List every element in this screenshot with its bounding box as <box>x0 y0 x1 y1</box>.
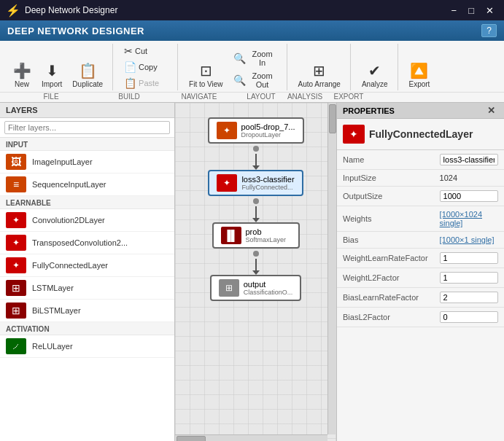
props-value: 1024 <box>434 170 504 187</box>
main-layout: LAYERS INPUT 🖼 ImageInputLayer ≡ Sequenc… <box>0 103 504 441</box>
scrollbar-thumb-v[interactable] <box>329 104 336 133</box>
maximize-button[interactable]: □ <box>464 4 478 17</box>
duplicate-button[interactable]: 📋 Duplicate <box>69 60 106 90</box>
output-icon: ⊞ <box>219 279 239 297</box>
props-link[interactable]: [1000×1024 single] <box>440 210 482 227</box>
import-label: Import <box>42 80 62 88</box>
scrollbar-thumb-h[interactable] <box>177 436 206 441</box>
fc-box[interactable]: ✦ loss3-classifier FullyConnected... <box>208 170 303 196</box>
analyze-button[interactable]: ✔ Analyze <box>358 60 392 90</box>
help-button[interactable]: ? <box>481 24 497 37</box>
file-toolbar-group: ➕ New ⬇ Import 📋 Duplicate <box>3 44 113 90</box>
app-header-title: DEEP NETWORK DESIGNER <box>7 26 144 36</box>
layers-panel: LAYERS INPUT 🖼 ImageInputLayer ≡ Sequenc… <box>0 103 175 441</box>
output-type: ClassificationO... <box>244 289 293 296</box>
fit-to-view-button[interactable]: ⊡ Fit to View <box>185 60 227 90</box>
props-link[interactable]: [1000×1 single] <box>440 235 495 244</box>
prob-box[interactable]: ▐▌ prob SoftmaxLayer <box>212 222 300 249</box>
list-item[interactable]: ✦ Convolution2DLayer <box>0 209 174 232</box>
props-layer-header: ✦ FullyConnectedLayer <box>337 119 504 150</box>
props-scroll[interactable]: NameInputSize1024OutputSizeWeights[1000×… <box>337 150 504 441</box>
copy-button[interactable]: 📄 Copy <box>120 60 171 74</box>
props-value <box>434 288 504 308</box>
properties-panel: PROPERTIES ✕ ✦ FullyConnectedLayer NameI… <box>336 103 504 441</box>
props-row: Name <box>337 150 504 170</box>
props-key: Weights <box>337 206 434 232</box>
props-table: NameInputSize1024OutputSizeWeights[1000×… <box>337 150 504 327</box>
props-input-field[interactable] <box>440 252 498 264</box>
export-icon: 🔼 <box>410 62 428 79</box>
prob-icon: ▐▌ <box>221 227 241 244</box>
output-text: output ClassificationO... <box>244 280 293 296</box>
props-input-field[interactable] <box>440 311 498 323</box>
list-item[interactable]: ⟋ ReLULayer <box>0 335 174 358</box>
canvas-area[interactable]: ✦ pool5-drop_7... DropoutLayer ✦ <box>175 103 336 441</box>
window-title: Deep Network Designer <box>25 5 117 15</box>
prob-label: prob <box>246 227 287 236</box>
list-item[interactable]: ⊞ LSTMLayer <box>0 277 174 300</box>
export-section-label: EXPORT <box>327 93 371 101</box>
bilstm-label: BiLSTMLayer <box>32 306 81 315</box>
props-input-field[interactable] <box>440 272 498 284</box>
output-box[interactable]: ⊞ output ClassificationO... <box>210 275 302 301</box>
category-learnable: LEARNABLE <box>0 196 174 209</box>
analyze-label: Analyze <box>362 80 388 88</box>
build-section-label: BUILD <box>99 93 159 101</box>
list-item[interactable]: ⊞ BiLSTMLayer <box>0 300 174 322</box>
props-key: Name <box>337 150 434 170</box>
conv2d-label: Convolution2DLayer <box>32 216 105 225</box>
analyze-icon: ✔ <box>368 62 381 79</box>
props-input-field[interactable] <box>440 190 498 202</box>
dropout-node[interactable]: ✦ pool5-drop_7... DropoutLayer <box>208 117 304 144</box>
fc-label: loss3-classifier <box>241 175 294 184</box>
dropout-icon: ✦ <box>217 122 237 139</box>
list-item[interactable]: 🖼 ImageInputLayer <box>0 151 174 173</box>
props-value: [1000×1 single] <box>434 232 504 249</box>
dropout-box[interactable]: ✦ pool5-drop_7... DropoutLayer <box>208 117 304 144</box>
list-item[interactable]: ✦ FullyConnectedLayer <box>0 254 174 277</box>
build-toolbar-group: ✂ Cut 📄 Copy 📋 Paste <box>115 44 178 90</box>
props-layer-name: FullyConnectedLayer <box>369 128 473 140</box>
layers-scroll[interactable]: INPUT 🖼 ImageInputLayer ≡ SequenceInputL… <box>0 138 174 441</box>
prob-node[interactable]: ▐▌ prob SoftmaxLayer <box>212 222 300 249</box>
props-row: BiasLearnRateFactor <box>337 288 504 308</box>
props-input-field[interactable] <box>440 154 498 165</box>
paste-button[interactable]: 📋 Paste <box>120 76 171 90</box>
minimize-button[interactable]: − <box>447 4 462 17</box>
fc-node[interactable]: ✦ loss3-classifier FullyConnected... <box>208 170 303 196</box>
cut-button[interactable]: ✂ Cut <box>120 44 171 58</box>
cut-icon: ✂ <box>124 45 133 57</box>
layers-filter-input[interactable] <box>4 121 170 134</box>
props-row: BiasL2Factor <box>337 308 504 327</box>
canvas-scrollbar-v[interactable] <box>327 103 336 434</box>
sequence-input-label: SequenceInputLayer <box>32 180 106 189</box>
list-item[interactable]: ✦ TransposedConvolution2... <box>0 232 174 254</box>
fc-layer-icon: ✦ <box>6 257 26 273</box>
props-key: OutputSize <box>337 187 434 206</box>
output-node[interactable]: ⊞ output ClassificationO... <box>210 275 302 301</box>
props-row: Weights[1000×1024 single] <box>337 206 504 232</box>
close-button[interactable]: ✕ <box>481 4 498 17</box>
zoom-in-label: Zoom In <box>248 50 277 67</box>
import-button[interactable]: ⬇ Import <box>38 60 66 90</box>
layout-toolbar-group: ⊞ Auto Arrange <box>289 44 351 90</box>
category-input: INPUT <box>0 138 174 151</box>
app-logo-icon: ⚡ <box>6 4 20 17</box>
fc-text: loss3-classifier FullyConnected... <box>241 175 294 191</box>
auto-arrange-button[interactable]: ⊞ Auto Arrange <box>295 60 344 90</box>
new-label: New <box>15 80 29 88</box>
canvas-scrollbar-h[interactable] <box>175 434 327 441</box>
props-close-button[interactable]: ✕ <box>484 105 498 116</box>
export-button[interactable]: 🔼 Export <box>406 60 434 90</box>
sequence-input-icon: ≡ <box>6 176 26 192</box>
analysis-section-label: ANALYSIS <box>283 93 327 101</box>
list-item[interactable]: ≡ SequenceInputLayer <box>0 173 174 196</box>
zoom-out-button[interactable]: 🔍 Zoom Out <box>230 70 281 90</box>
props-value <box>434 249 504 268</box>
new-button[interactable]: ➕ New <box>9 60 35 90</box>
image-input-label: ImageInputLayer <box>32 157 93 166</box>
props-row: InputSize1024 <box>337 170 504 187</box>
props-input-field[interactable] <box>440 292 498 303</box>
app-header: DEEP NETWORK DESIGNER ? <box>0 20 504 41</box>
zoom-in-button[interactable]: 🔍 Zoom In <box>230 48 281 69</box>
